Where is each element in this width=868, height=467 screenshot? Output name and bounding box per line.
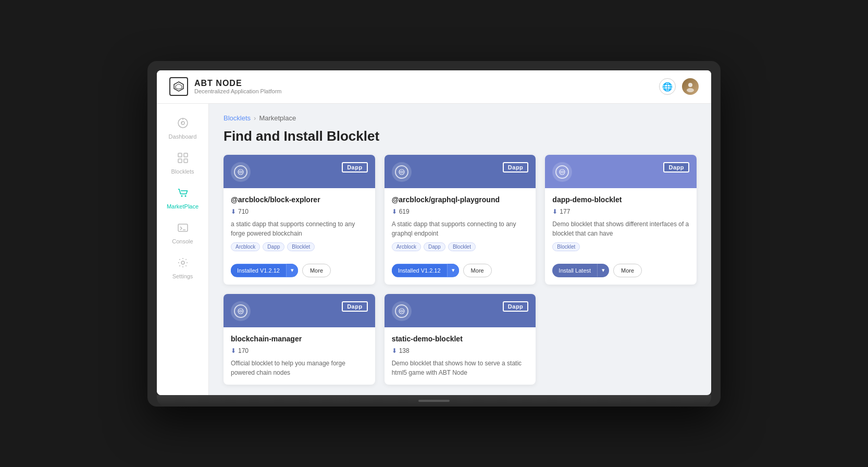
card-desc-4: Official blocklet to help you manage for… — [231, 359, 368, 377]
card-blockchain-manager: Dapp blockchain-manager ⬇ 170 Official b… — [224, 294, 375, 385]
card-icon-2 — [392, 162, 412, 182]
download-icon-5: ⬇ — [392, 347, 397, 354]
card-header-3: Dapp — [545, 155, 697, 188]
card-block-explorer: Dapp @arcblock/block-explorer ⬇ 710 a st… — [224, 155, 375, 285]
header-brand: ABT NODE Decentralized Application Platf… — [169, 77, 282, 96]
installed-label-2: Installed V1.2.12 — [392, 264, 447, 277]
card-downloads-5: ⬇ 138 — [392, 347, 529, 354]
card-downloads-1: ⬇ 710 — [231, 208, 368, 215]
card-desc-5: Demo blocklet that shows how to serve a … — [392, 359, 529, 377]
tag-blocklet-3: Blocklet — [552, 242, 580, 251]
breadcrumb-link[interactable]: Blocklets — [224, 114, 251, 122]
card-downloads-2: ⬇ 619 — [392, 208, 529, 215]
card-tags-3: Blocklet — [552, 242, 689, 251]
download-count-1: 710 — [238, 208, 249, 215]
more-button-1[interactable]: More — [302, 264, 331, 277]
breadcrumb-current: Marketplace — [259, 114, 296, 122]
dapp-badge-4: Dapp — [342, 301, 368, 312]
install-latest-button-3[interactable]: Install Latest ▾ — [552, 264, 609, 277]
card-actions-3: Install Latest ▾ More — [545, 259, 697, 285]
download-icon-4: ⬇ — [231, 347, 236, 354]
card-desc-1: a static dapp that supports connecting t… — [231, 219, 368, 238]
user-avatar[interactable] — [682, 78, 699, 95]
dapp-badge-3: Dapp — [663, 162, 689, 173]
tag-dapp-1: Dapp — [263, 242, 284, 251]
download-count-2: 619 — [399, 208, 410, 215]
sidebar-item-blocklets[interactable]: Blocklets — [162, 147, 204, 180]
download-icon-3: ⬇ — [552, 208, 557, 215]
settings-label: Settings — [172, 273, 193, 279]
logo-text: ABT NODE Decentralized Application Platf… — [194, 79, 282, 94]
cards-grid-top: Dapp @arcblock/block-explorer ⬇ 710 a st… — [224, 155, 697, 285]
card-header-2: Dapp — [385, 155, 536, 188]
installed-dropdown-2[interactable]: ▾ — [447, 264, 459, 277]
card-dapp-demo: Dapp dapp-demo-blocklet ⬇ 177 Demo block… — [545, 155, 697, 285]
card-title-1: @arcblock/block-explorer — [231, 195, 368, 204]
settings-icon — [177, 257, 189, 271]
app-subtitle: Decentralized Application Platform — [194, 88, 282, 94]
card-downloads-3: ⬇ 177 — [552, 208, 689, 215]
install-dropdown-3[interactable]: ▾ — [597, 264, 609, 277]
card-static-demo: Dapp static-demo-blocklet ⬇ 138 Demo blo… — [385, 294, 536, 385]
cards-grid-bottom: Dapp blockchain-manager ⬇ 170 Official b… — [224, 294, 697, 385]
card-title-3: dapp-demo-blocklet — [552, 195, 689, 204]
card-header-4: Dapp — [224, 294, 375, 327]
card-tags-2: Arcblock Dapp Blocklet — [392, 242, 529, 251]
card-graphql-playground: Dapp @arcblock/graphql-playground ⬇ 619 … — [385, 155, 536, 285]
card-desc-3: Demo blocklet that shows different inter… — [552, 219, 689, 238]
sidebar-item-dashboard[interactable]: Dashboard — [162, 112, 204, 145]
sidebar: Dashboard Blocklets — [157, 104, 209, 395]
page-title: Find and Install Blocklet — [224, 128, 697, 144]
dapp-badge-2: Dapp — [503, 162, 529, 173]
svg-point-3 — [687, 88, 694, 92]
download-icon-2: ⬇ — [392, 208, 397, 215]
installed-button-1[interactable]: Installed V1.2.12 ▾ — [231, 264, 298, 277]
breadcrumb: Blocklets › Marketplace — [224, 114, 697, 122]
header-actions: 🌐 — [659, 78, 699, 95]
marketplace-label: MarketPlace — [167, 203, 199, 210]
svg-rect-14 — [178, 224, 188, 231]
language-button[interactable]: 🌐 — [659, 78, 676, 95]
card-body-3: dapp-demo-blocklet ⬇ 177 Demo blocklet t… — [545, 188, 697, 259]
card-downloads-4: ⬇ 170 — [231, 347, 368, 354]
download-icon-1: ⬇ — [231, 208, 236, 215]
console-label: Console — [172, 238, 193, 244]
app-title: ABT NODE — [194, 79, 282, 88]
sidebar-item-marketplace[interactable]: MarketPlace — [162, 182, 204, 215]
tag-blocklet-1: Blocklet — [287, 242, 315, 251]
tag-dapp-2: Dapp — [424, 242, 445, 251]
download-count-3: 177 — [560, 208, 570, 215]
card-icon-block-explorer — [231, 162, 251, 182]
svg-rect-9 — [184, 153, 188, 157]
breadcrumb-separator: › — [254, 114, 256, 122]
dashboard-icon — [177, 117, 189, 131]
logo-icon — [169, 77, 188, 96]
installed-button-2[interactable]: Installed V1.2.12 ▾ — [392, 264, 459, 277]
card-title-2: @arcblock/graphql-playground — [392, 195, 529, 204]
download-count-5: 138 — [399, 347, 410, 354]
install-label-3: Install Latest — [552, 264, 597, 277]
sidebar-item-settings[interactable]: Settings — [162, 252, 204, 285]
marketplace-icon — [177, 187, 189, 201]
card-header-block-explorer: Dapp — [224, 155, 375, 188]
card-body-1: @arcblock/block-explorer ⬇ 710 a static … — [224, 188, 375, 259]
card-header-5: Dapp — [385, 294, 536, 327]
tag-arcblock-1: Arcblock — [231, 242, 260, 251]
card-tags-1: Arcblock Dapp Blocklet — [231, 242, 368, 251]
svg-point-16 — [181, 261, 184, 264]
card-title-4: blockchain-manager — [231, 335, 368, 343]
card-actions-1: Installed V1.2.12 ▾ More — [224, 259, 375, 285]
installed-dropdown-1[interactable]: ▾ — [286, 264, 298, 277]
more-button-3[interactable]: More — [613, 264, 642, 277]
download-count-4: 170 — [238, 347, 249, 354]
sidebar-item-console[interactable]: Console — [162, 217, 204, 250]
svg-rect-11 — [184, 159, 188, 163]
dashboard-label: Dashboard — [169, 133, 197, 140]
card-desc-2: A static dapp that supports connecting t… — [392, 219, 529, 238]
dapp-badge-1: Dapp — [342, 162, 368, 173]
card-body-2: @arcblock/graphql-playground ⬇ 619 A sta… — [385, 188, 536, 259]
card-title-5: static-demo-blocklet — [392, 335, 529, 343]
svg-point-2 — [688, 83, 692, 87]
installed-label-1: Installed V1.2.12 — [231, 264, 286, 277]
more-button-2[interactable]: More — [463, 264, 492, 277]
